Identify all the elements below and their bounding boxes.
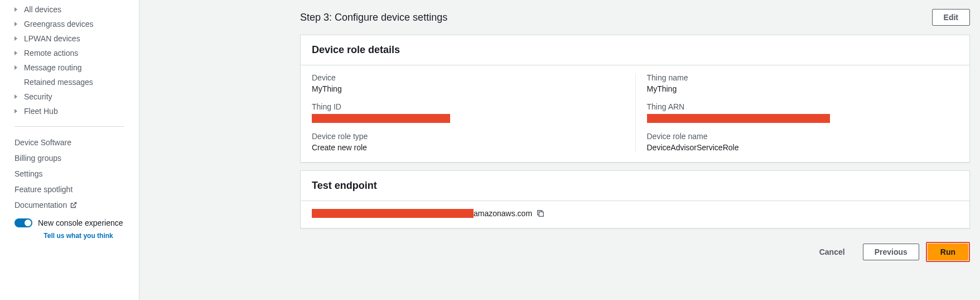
copy-icon[interactable] bbox=[537, 209, 544, 217]
toggle-label: New console experience bbox=[38, 218, 123, 227]
sidebar-item-label: All devices bbox=[24, 5, 61, 14]
sidebar-item-label: Retained messages bbox=[24, 78, 93, 87]
caret-right-icon bbox=[15, 51, 17, 55]
external-link-icon bbox=[70, 202, 77, 208]
sidebar-item-label: Greengrass devices bbox=[24, 20, 94, 28]
detail-value: DeviceAdvisorServiceRole bbox=[647, 143, 948, 152]
detail-label: Device role name bbox=[647, 132, 948, 141]
main-content: Step 3: Configure device settings Edit D… bbox=[139, 0, 980, 300]
run-button[interactable]: Run bbox=[928, 244, 968, 260]
sidebar-link-billing-groups[interactable]: Billing groups bbox=[0, 150, 139, 166]
detail-thing-id: Thing ID bbox=[312, 102, 624, 123]
caret-right-icon bbox=[15, 94, 17, 99]
sidebar-link-label: Billing groups bbox=[15, 154, 61, 163]
footer-actions: Cancel Previous Run bbox=[300, 236, 970, 262]
cancel-button[interactable]: Cancel bbox=[808, 244, 856, 260]
sidebar-item-fleet-hub[interactable]: Fleet Hub bbox=[0, 104, 139, 118]
caret-right-icon bbox=[15, 36, 17, 41]
detail-label: Thing name bbox=[647, 73, 948, 82]
run-button-highlight: Run bbox=[926, 242, 970, 262]
detail-value-redacted bbox=[647, 113, 948, 123]
sidebar-link-feature-spotlight[interactable]: Feature spotlight bbox=[0, 182, 139, 197]
detail-grid: Device MyThing Thing ID Device role type… bbox=[312, 73, 958, 152]
panel-title: Device role details bbox=[301, 35, 969, 65]
redacted-block bbox=[312, 209, 474, 218]
sidebar-item-label: LPWAN devices bbox=[24, 34, 80, 43]
device-role-panel: Device role details Device MyThing Thing… bbox=[300, 35, 970, 163]
new-console-toggle[interactable] bbox=[15, 218, 32, 227]
sidebar-item-label: Remote actions bbox=[24, 49, 78, 58]
sidebar-item-all-devices[interactable]: All devices bbox=[0, 2, 139, 17]
sidebar-item-label: Fleet Hub bbox=[24, 107, 58, 116]
sidebar-link-documentation[interactable]: Documentation bbox=[0, 197, 139, 213]
detail-value: Create new role bbox=[312, 143, 624, 152]
detail-column-left: Device MyThing Thing ID Device role type… bbox=[312, 73, 635, 152]
sidebar-link-label: Feature spotlight bbox=[15, 185, 73, 194]
detail-value: MyThing bbox=[312, 84, 624, 93]
test-endpoint-panel: Test endpoint amazonaws.com bbox=[300, 170, 970, 228]
sidebar-link-device-software[interactable]: Device Software bbox=[0, 135, 139, 150]
step-header: Step 3: Configure device settings Edit bbox=[300, 4, 970, 35]
redacted-block bbox=[647, 114, 830, 123]
svg-rect-0 bbox=[539, 212, 543, 217]
detail-role-name: Device role name DeviceAdvisorServiceRol… bbox=[647, 132, 948, 152]
feedback-link[interactable]: Tell us what you think bbox=[0, 230, 139, 244]
sidebar-item-message-routing[interactable]: Message routing bbox=[0, 60, 139, 75]
sidebar-link-label: Documentation bbox=[15, 201, 67, 209]
sidebar-item-greengrass[interactable]: Greengrass devices bbox=[0, 17, 139, 31]
detail-label: Thing ID bbox=[312, 102, 624, 111]
sidebar-item-security[interactable]: Security bbox=[0, 89, 139, 104]
panel-title: Test endpoint bbox=[301, 171, 969, 201]
caret-right-icon bbox=[15, 22, 17, 26]
sidebar-item-remote-actions[interactable]: Remote actions bbox=[0, 46, 139, 60]
step-title: Step 3: Configure device settings bbox=[300, 12, 447, 23]
caret-right-icon bbox=[15, 109, 17, 113]
detail-thing-arn: Thing ARN bbox=[647, 102, 948, 123]
previous-button[interactable]: Previous bbox=[863, 244, 919, 260]
detail-device: Device MyThing bbox=[312, 73, 624, 93]
detail-column-right: Thing name MyThing Thing ARN Device role… bbox=[635, 73, 959, 152]
panel-body: Device MyThing Thing ID Device role type… bbox=[301, 65, 969, 162]
sidebar-link-label: Settings bbox=[15, 169, 43, 178]
sidebar-link-settings[interactable]: Settings bbox=[0, 166, 139, 182]
edit-button[interactable]: Edit bbox=[932, 9, 970, 26]
panel-body: amazonaws.com bbox=[301, 201, 969, 228]
sidebar-item-retained-messages[interactable]: Retained messages bbox=[0, 75, 139, 89]
sidebar-link-label: Device Software bbox=[15, 138, 71, 147]
redacted-block bbox=[312, 114, 450, 123]
endpoint-suffix: amazonaws.com bbox=[474, 209, 532, 218]
endpoint-value: amazonaws.com bbox=[312, 209, 958, 218]
detail-role-type: Device role type Create new role bbox=[312, 132, 624, 152]
caret-right-icon bbox=[15, 7, 17, 12]
caret-right-icon bbox=[15, 65, 17, 70]
sidebar-item-lpwan[interactable]: LPWAN devices bbox=[0, 31, 139, 46]
sidebar-item-label: Message routing bbox=[24, 63, 82, 72]
sidebar: All devices Greengrass devices LPWAN dev… bbox=[0, 0, 139, 300]
detail-label: Device bbox=[312, 73, 624, 82]
detail-thing-name: Thing name MyThing bbox=[647, 73, 948, 93]
detail-label: Device role type bbox=[312, 132, 624, 141]
detail-label: Thing ARN bbox=[647, 102, 948, 111]
new-console-toggle-row: New console experience bbox=[0, 213, 139, 230]
detail-value: MyThing bbox=[647, 84, 948, 93]
sidebar-divider bbox=[15, 126, 124, 127]
detail-value-redacted bbox=[312, 113, 624, 123]
sidebar-item-label: Security bbox=[24, 92, 52, 101]
